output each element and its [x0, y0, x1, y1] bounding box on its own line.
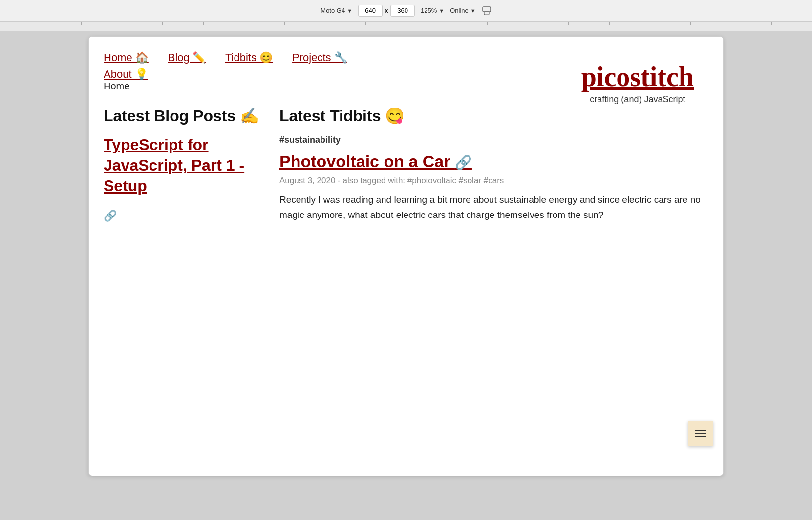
network-label: Online	[450, 7, 469, 14]
height-input[interactable]	[390, 5, 415, 17]
brand-area: picostitch crafting (and) JavaScript	[581, 61, 694, 105]
brand-title[interactable]: picostitch	[581, 61, 694, 92]
device-area: Home 🏠 Blog ✏️ Tidbits 😊 Projects 🔧 Abou…	[0, 31, 812, 486]
svg-rect-1	[484, 12, 489, 15]
hamburger-line-3	[695, 436, 706, 437]
rotate-icon[interactable]	[482, 6, 491, 16]
tidbits-section-title: Latest Tidbits 😋	[279, 107, 708, 125]
blog-section-title: Latest Blog Posts ✍️	[104, 107, 260, 125]
device-label: Moto G4	[321, 7, 345, 14]
blog-column: Latest Blog Posts ✍️ TypeScript for Java…	[104, 107, 260, 222]
zoom-selector[interactable]: 125% ▼	[421, 7, 444, 14]
width-input[interactable]	[358, 5, 383, 17]
ruler	[0, 22, 812, 31]
site-content: Home 🏠 Blog ✏️ Tidbits 😊 Projects 🔧 Abou…	[89, 37, 723, 237]
network-selector[interactable]: Online ▼	[450, 7, 475, 14]
svg-rect-0	[483, 7, 491, 12]
nav-blog[interactable]: Blog ✏️	[168, 51, 206, 64]
nav-projects[interactable]: Projects 🔧	[292, 51, 347, 64]
dimension-inputs: x	[358, 5, 415, 17]
tidbit-also-tagged-0: also tagged with: #photovoltaic #solar #…	[343, 176, 504, 185]
tidbit-excerpt-0: Recently I was reading and learning a bi…	[279, 193, 708, 222]
tidbit-date-0: August 3, 2020	[279, 176, 335, 185]
network-dropdown-arrow[interactable]: ▼	[470, 8, 476, 14]
tidbit-meta-0: August 3, 2020 - also tagged with: #phot…	[279, 176, 708, 186]
device-dropdown-arrow[interactable]: ▼	[347, 8, 352, 14]
nav-tidbits[interactable]: Tidbits 😊	[225, 51, 273, 64]
hamburger-line-1	[695, 430, 706, 431]
device-frame: Home 🏠 Blog ✏️ Tidbits 😊 Projects 🔧 Abou…	[88, 36, 724, 476]
hamburger-button[interactable]	[688, 421, 713, 446]
tidbit-title-0[interactable]: Photovoltaic on a Car 🔗	[279, 152, 472, 171]
tidbits-column: Latest Tidbits 😋 #sustainability Photovo…	[279, 107, 708, 222]
brand-subtitle: crafting (and) JavaScript	[581, 94, 694, 105]
zoom-label: 125%	[421, 7, 437, 14]
nav-home[interactable]: Home 🏠	[104, 51, 149, 64]
nav-about[interactable]: About 💡	[104, 68, 148, 81]
toolbar: Moto G4 ▼ x 125% ▼ Online ▼	[0, 0, 812, 22]
dimension-separator: x	[385, 6, 388, 15]
zoom-dropdown-arrow[interactable]: ▼	[439, 8, 444, 14]
device-selector[interactable]: Moto G4 ▼	[321, 7, 352, 14]
tidbit-link-icon-0: 🔗	[455, 155, 472, 170]
tidbits-tag[interactable]: #sustainability	[279, 135, 708, 145]
blog-post-link-0[interactable]: TypeScript for JavaScript, Part 1 - Setu…	[104, 135, 260, 196]
blog-post-link-icon-0: 🔗	[104, 210, 117, 222]
hamburger-line-2	[695, 433, 706, 434]
main-columns: Latest Blog Posts ✍️ TypeScript for Java…	[104, 107, 708, 222]
tidbit-separator: -	[338, 176, 342, 185]
ruler-marks	[0, 22, 812, 31]
tidbit-item-0: Photovoltaic on a Car 🔗 August 3, 2020 -…	[279, 152, 708, 222]
